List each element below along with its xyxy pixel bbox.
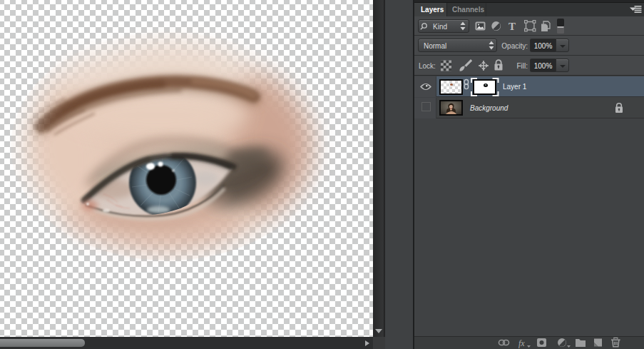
svg-text:T: T — [508, 21, 516, 32]
svg-text:fx: fx — [518, 338, 525, 348]
